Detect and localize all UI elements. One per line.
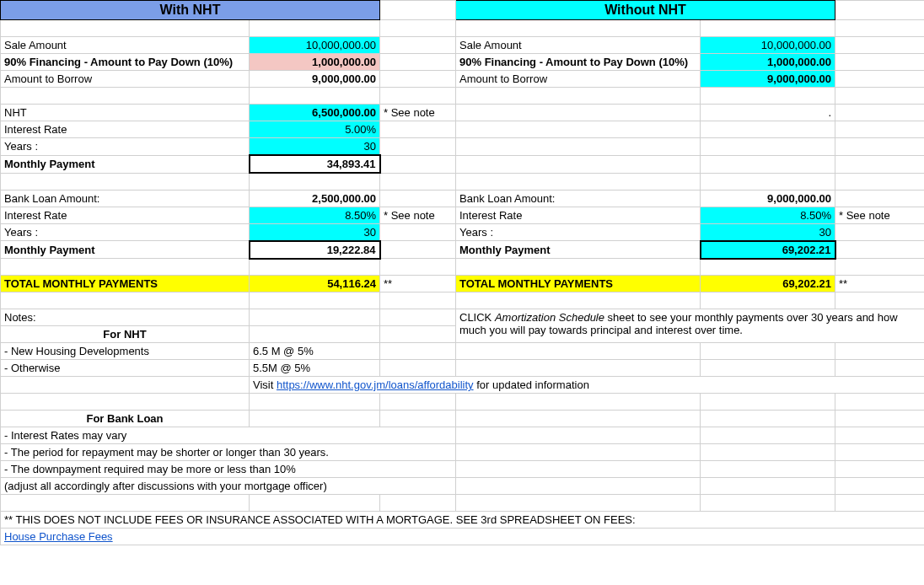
label-interest-rate[interactable]: Interest Rate xyxy=(456,207,701,223)
value-with-sale[interactable]: 10,000,000.00 xyxy=(250,37,380,54)
label-amount-borrow[interactable]: Amount to Borrow xyxy=(456,71,701,88)
note-otherwise-val[interactable]: 5.5M @ 5% xyxy=(250,360,380,377)
value-without-bank-rate[interactable]: 8.50% xyxy=(701,207,835,223)
value-with-bank-monthly[interactable]: 19,222.84 xyxy=(250,241,380,259)
header-without-nht: Without NHT xyxy=(456,1,835,20)
note-downpayment[interactable]: - The downpayment required may be more o… xyxy=(1,461,456,478)
label-monthly-payment[interactable]: Monthly Payment xyxy=(1,155,250,173)
label-notes[interactable]: Notes: xyxy=(1,309,250,326)
value-nht-years[interactable]: 30 xyxy=(250,138,380,156)
cell-gap[interactable] xyxy=(380,1,456,20)
value-without-sale[interactable]: 10,000,000.00 xyxy=(701,37,835,54)
label-monthly-payment[interactable]: Monthly Payment xyxy=(1,241,250,259)
value-without-total[interactable]: 69,202.21 xyxy=(701,276,835,292)
note-rates-vary[interactable]: - Interest Rates may vary xyxy=(1,427,456,444)
label-years[interactable]: Years : xyxy=(1,138,250,156)
note-marker: * See note xyxy=(380,207,456,223)
value-with-bank-years[interactable]: 30 xyxy=(250,223,380,241)
value-without-borrow[interactable]: 9,000,000.00 xyxy=(701,71,835,88)
value-without-financing[interactable]: 1,000,000.00 xyxy=(701,54,835,71)
note-period-repay[interactable]: - The period for repayment may be shorte… xyxy=(1,444,456,461)
value-with-borrow[interactable]: 9,000,000.00 xyxy=(250,71,380,88)
value-nht-rate[interactable]: 5.00% xyxy=(250,121,380,138)
amortization-instruction: CLICK Amortization Schedule sheet to see… xyxy=(456,309,925,343)
value-without-bank-monthly[interactable]: 69,202.21 xyxy=(701,241,835,259)
label-bank-loan[interactable]: Bank Loan Amount: xyxy=(1,190,250,207)
value-nht-amount[interactable]: 6,500,000.00 xyxy=(250,105,380,121)
label-financing[interactable]: 90% Financing - Amount to Pay Down (10%) xyxy=(1,54,250,71)
cell-gap[interactable] xyxy=(835,1,925,20)
label-sale-amount[interactable]: Sale Amount xyxy=(456,37,701,54)
label-total-monthly[interactable]: TOTAL MONTHLY PAYMENTS xyxy=(1,276,250,292)
disclaimer-fees: ** THIS DOES NOT INCLUDE FEES OR INSURAN… xyxy=(1,512,925,529)
value-without-bank-amount[interactable]: 9,000,000.00 xyxy=(701,190,835,207)
label-financing[interactable]: 90% Financing - Amount to Pay Down (10%) xyxy=(456,54,701,71)
value-with-bank-rate[interactable]: 8.50% xyxy=(250,207,380,223)
house-purchase-fees-link[interactable]: House Purchase Fees xyxy=(4,530,113,543)
label-interest-rate[interactable]: Interest Rate xyxy=(1,121,250,138)
label-sale-amount[interactable]: Sale Amount xyxy=(1,37,250,54)
note-marker: * See note xyxy=(380,105,456,121)
note-marker: * See note xyxy=(835,207,925,223)
label-years[interactable]: Years : xyxy=(456,223,701,241)
value-without-bank-years[interactable]: 30 xyxy=(701,223,835,241)
note-new-housing-val[interactable]: 6.5 M @ 5% xyxy=(250,343,380,360)
value-with-financing[interactable]: 1,000,000.00 xyxy=(250,54,380,71)
visit-link-line: Visit https://www.nht.gov.jm/loans/affor… xyxy=(250,377,925,394)
spreadsheet-grid[interactable]: With NHT Without NHT Sale Amount 10,000,… xyxy=(0,0,924,545)
nht-affordability-link[interactable]: https://www.nht.gov.jm/loans/affordabili… xyxy=(277,378,474,391)
header-with-nht: With NHT xyxy=(1,1,380,20)
value-with-bank-amount[interactable]: 2,500,000.00 xyxy=(250,190,380,207)
value-nht-monthly[interactable]: 34,893.41 xyxy=(250,155,380,173)
label-amount-borrow[interactable]: Amount to Borrow xyxy=(1,71,250,88)
note-dblstar: ** xyxy=(380,276,456,292)
label-total-monthly[interactable]: TOTAL MONTHLY PAYMENTS xyxy=(456,276,701,292)
label-interest-rate[interactable]: Interest Rate xyxy=(1,207,250,223)
label-years[interactable]: Years : xyxy=(1,223,250,241)
note-otherwise[interactable]: - Otherwise xyxy=(1,360,250,377)
note-adjust[interactable]: (adjust all accordingly after discussion… xyxy=(1,478,456,495)
note-dblstar: ** xyxy=(835,276,925,292)
label-for-nht[interactable]: For NHT xyxy=(1,326,250,343)
label-monthly-payment[interactable]: Monthly Payment xyxy=(456,241,701,259)
value-with-total[interactable]: 54,116.24 xyxy=(250,276,380,292)
label-for-bank[interactable]: For Bank Loan xyxy=(1,411,250,427)
label-nht[interactable]: NHT xyxy=(1,105,250,121)
note-new-housing[interactable]: - New Housing Developments xyxy=(1,343,250,360)
label-bank-loan[interactable]: Bank Loan Amount: xyxy=(456,190,701,207)
